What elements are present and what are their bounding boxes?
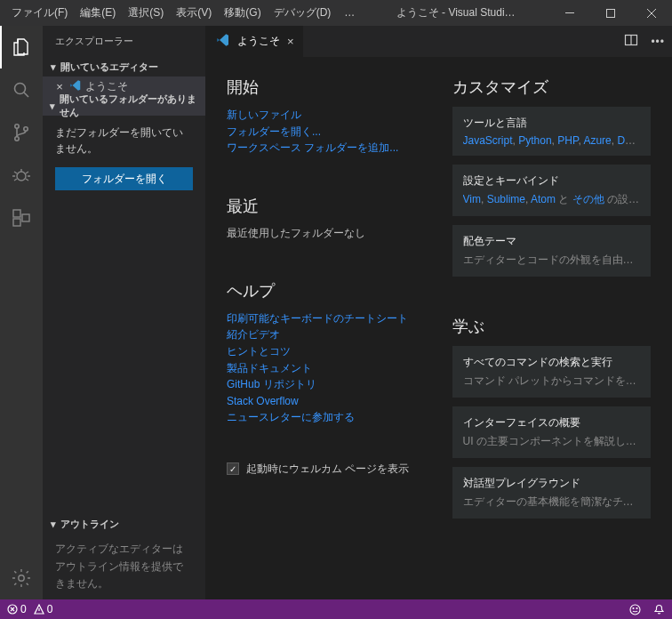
svg-rect-0 (565, 12, 574, 13)
branch-icon (11, 122, 32, 143)
tab-welcome[interactable]: ようこそ × (205, 26, 303, 57)
menu-file[interactable]: ファイル(F) (5, 0, 74, 26)
card-body: Vim, Sublime, Atom と その他 の設定… (463, 192, 641, 207)
search-icon (11, 79, 32, 100)
show-welcome-checkbox[interactable]: ✓ 起動時にウェルカム ページを表示 (227, 462, 426, 477)
open-editors-header[interactable]: ▾ 開いているエディター (43, 57, 205, 76)
no-folder-header[interactable]: ▾ 開いているフォルダーがありません (43, 96, 205, 116)
welcome-right-column: カスタマイズ ツールと言語 JavaScript, Python, PHP, A… (452, 76, 652, 599)
status-notifications[interactable] (653, 604, 665, 615)
recent-heading: 最近 (227, 196, 426, 217)
svg-rect-9 (22, 214, 29, 221)
help-link-newsletter[interactable]: ニュースレターに参加する (227, 409, 426, 426)
card-tools-and-languages[interactable]: ツールと言語 JavaScript, Python, PHP, Azure, D… (452, 107, 652, 156)
window-minimize-button[interactable] (549, 0, 590, 26)
bell-icon (653, 604, 665, 615)
status-feedback[interactable] (629, 604, 641, 615)
start-section: 開始 新しいファイル フォルダーを開く... ワークスペース フォルダーを追加.… (227, 76, 426, 157)
card-color-theme[interactable]: 配色テーマ エディターとコードの外観を自由に設定し… (452, 225, 652, 277)
gear-icon (11, 567, 32, 589)
svg-rect-7 (13, 210, 20, 217)
activity-bar (0, 26, 43, 599)
outline-header[interactable]: ▾ アウトライン (43, 514, 205, 534)
help-link-docs[interactable]: 製品ドキュメント (227, 360, 426, 377)
chevron-down-icon: ▾ (46, 519, 60, 530)
help-link-tips[interactable]: ヒントとコツ (227, 343, 426, 360)
svg-point-10 (19, 575, 24, 581)
editor-tabs: ようこそ × ••• (205, 26, 672, 57)
close-editor-icon[interactable]: × (53, 80, 66, 93)
svg-rect-1 (607, 9, 615, 17)
smiley-icon (629, 604, 641, 615)
show-welcome-label: 起動時にウェルカム ページを表示 (246, 462, 409, 477)
svg-rect-8 (13, 219, 20, 226)
card-interactive-playground[interactable]: 対話型プレイグラウンド エディターの基本機能を簡潔なチュートリ… (452, 467, 652, 519)
split-editor-icon[interactable] (624, 33, 638, 50)
bug-icon (11, 165, 32, 186)
activity-extensions[interactable] (0, 197, 43, 239)
vscode-file-icon (216, 33, 230, 50)
svg-point-5 (24, 127, 28, 131)
recent-section: 最近 最近使用したフォルダーなし (227, 196, 426, 241)
start-heading: 開始 (227, 76, 426, 98)
status-bar: 0 0 (0, 599, 672, 619)
status-errors[interactable]: 0 (7, 603, 27, 615)
activity-debug[interactable] (0, 154, 43, 197)
svg-point-4 (15, 137, 19, 141)
window-maximize-button[interactable] (590, 0, 631, 26)
window-close-button[interactable] (631, 0, 672, 26)
chevron-down-icon: ▾ (46, 61, 60, 73)
titlebar: ファイル(F) 編集(E) 選択(S) 表示(V) 移動(G) デバッグ(D) … (0, 0, 672, 26)
menu-view[interactable]: 表示(V) (170, 0, 218, 26)
close-icon (647, 9, 656, 18)
svg-point-14 (633, 607, 634, 608)
svg-point-15 (636, 607, 637, 608)
explorer-sidebar: エクスプローラー ▾ 開いているエディター × ようこそ ▾ 開いているフォルダ… (43, 26, 205, 599)
activity-explorer[interactable] (0, 26, 43, 68)
help-link-cheatsheet[interactable]: 印刷可能なキーボードのチートシート (227, 310, 426, 327)
menu-debug[interactable]: デバッグ(D) (268, 0, 338, 26)
open-folder-button[interactable]: フォルダーを開く (55, 167, 193, 190)
svg-point-2 (15, 84, 26, 94)
extensions-icon (11, 207, 32, 229)
open-folder-link[interactable]: フォルダーを開く... (227, 124, 426, 141)
card-interface-overview[interactable]: インターフェイスの概要 UI の主要コンポーネントを解説した視覚… (452, 406, 652, 458)
activity-search[interactable] (0, 68, 43, 111)
chevron-down-icon: ▾ (46, 100, 60, 112)
help-section: ヘルプ 印刷可能なキーボードのチートシート 紹介ビデオ ヒントとコツ 製品ドキュ… (227, 280, 426, 426)
recent-empty: 最近使用したフォルダーなし (227, 226, 426, 241)
menu-bar: ファイル(F) 編集(E) 選択(S) 表示(V) 移動(G) デバッグ(D) … (0, 0, 362, 26)
window-title: ようこそ - Visual Studi… (362, 5, 549, 20)
card-settings-keybindings[interactable]: 設定とキーバインド Vim, Sublime, Atom と その他 の設定… (452, 165, 652, 216)
files-icon (11, 36, 32, 58)
customize-section: カスタマイズ ツールと言語 JavaScript, Python, PHP, A… (452, 76, 652, 277)
help-link-intro-videos[interactable]: 紹介ビデオ (227, 326, 426, 343)
help-link-stackoverflow[interactable]: Stack Overflow (227, 393, 426, 410)
outline-empty-message: アクティブなエディターはアウトライン情報を提供できません。 (43, 534, 205, 599)
error-icon (7, 604, 18, 615)
activity-scm[interactable] (0, 111, 43, 154)
window-controls (549, 0, 672, 26)
help-heading: ヘルプ (227, 280, 426, 301)
tab-close-icon[interactable]: × (287, 35, 294, 48)
add-workspace-folder-link[interactable]: ワークスペース フォルダーを追加... (227, 140, 426, 157)
menu-go[interactable]: 移動(G) (218, 0, 267, 26)
maximize-icon (606, 9, 615, 18)
help-link-github[interactable]: GitHub リポジトリ (227, 376, 426, 393)
menu-overflow[interactable]: … (337, 0, 362, 26)
menu-select[interactable]: 選択(S) (122, 0, 170, 26)
menu-edit[interactable]: 編集(E) (74, 0, 122, 26)
editor-area: ようこそ × ••• 開始 新しいファイル フォルダーを開く... (205, 26, 672, 599)
status-warnings[interactable]: 0 (34, 603, 53, 615)
new-file-link[interactable]: 新しいファイル (227, 107, 426, 124)
svg-point-6 (17, 172, 26, 181)
minimize-icon (565, 12, 574, 13)
more-actions-icon[interactable]: ••• (651, 36, 665, 48)
tab-label: ようこそ (237, 34, 280, 49)
sidebar-title: エクスプローラー (43, 26, 205, 57)
svg-point-13 (630, 605, 640, 615)
card-command-palette[interactable]: すべてのコマンドの検索と実行 コマンド パレットからコマンドを検索してす… (452, 346, 652, 398)
learn-heading: 学ぶ (452, 316, 652, 337)
no-folder-message: まだフォルダーを開いていません。 (43, 116, 205, 167)
activity-settings[interactable] (0, 557, 43, 599)
